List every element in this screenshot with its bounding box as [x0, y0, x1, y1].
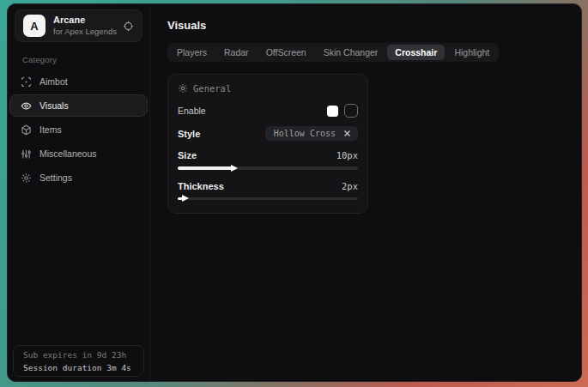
- thickness-slider-thumb[interactable]: [182, 195, 189, 202]
- eye-icon: [21, 100, 32, 112]
- app-name: Arcane: [53, 15, 117, 27]
- thickness-slider[interactable]: [178, 197, 358, 201]
- sidebar-item-label: Items: [39, 124, 62, 135]
- sidebar-item-label: Visuals: [39, 100, 69, 111]
- target-icon[interactable]: [123, 21, 134, 32]
- app-window: A Arcane for Apex Legends Category: [7, 3, 582, 382]
- crosshair-frame-icon: [21, 76, 32, 88]
- size-row: Size 10px: [178, 150, 358, 160]
- gear-icon: [178, 83, 188, 94]
- gear-icon: [21, 172, 32, 184]
- size-slider[interactable]: [178, 166, 358, 170]
- tab-offscreen[interactable]: OffScreen: [258, 45, 314, 60]
- sidebar-item-miscellaneous[interactable]: Miscellaneous: [9, 142, 148, 165]
- enable-label: Enable: [178, 106, 206, 116]
- panel-header: General: [178, 83, 358, 94]
- tab-highlight[interactable]: Highlight: [446, 45, 497, 60]
- tab-crosshair[interactable]: Crosshair: [387, 45, 445, 60]
- panel-title: General: [193, 83, 231, 94]
- sidebar-item-label: Miscellaneous: [39, 148, 97, 159]
- thickness-label: Thickness: [178, 181, 224, 191]
- style-value: Hollow Cross: [274, 129, 336, 138]
- app-header-card: A Arcane for Apex Legends: [15, 9, 142, 42]
- sidebar: A Arcane for Apex Legends Category: [8, 4, 150, 381]
- sidebar-item-visuals[interactable]: Visuals: [9, 94, 148, 117]
- sidebar-item-aimbot[interactable]: Aimbot: [9, 70, 148, 93]
- category-label: Category: [22, 55, 149, 64]
- general-panel: General Enable Style Hollow Cross: [167, 74, 368, 214]
- app-subtitle: for Apex Legends: [53, 27, 117, 37]
- tab-players[interactable]: Players: [169, 45, 215, 60]
- size-label: Size: [178, 150, 197, 160]
- style-label: Style: [178, 129, 200, 139]
- sidebar-item-label: Aimbot: [39, 76, 68, 87]
- app-logo: A: [23, 15, 45, 37]
- page-title: Visuals: [167, 19, 581, 32]
- subscription-info-card: Sub expires in 9d 23h Session duration 3…: [13, 345, 144, 377]
- session-duration-text: Session duration 3m 4s: [23, 362, 134, 375]
- cube-icon: [21, 124, 32, 136]
- sidebar-item-items[interactable]: Items: [9, 118, 148, 141]
- sidebar-nav: Aimbot Visuals: [8, 70, 149, 189]
- sliders-icon: [21, 148, 32, 160]
- size-slider-fill: [178, 166, 233, 170]
- size-value: 10px: [336, 150, 358, 160]
- enable-controls: [327, 104, 358, 118]
- enable-row: Enable: [178, 103, 358, 118]
- sidebar-item-settings[interactable]: Settings: [9, 166, 148, 189]
- style-row: Style Hollow Cross: [178, 126, 358, 141]
- thickness-value: 2px: [342, 181, 358, 191]
- thickness-row: Thickness 2px: [178, 181, 358, 191]
- desktop-background: A Arcane for Apex Legends Category: [0, 0, 588, 387]
- main-content: Visuals Players Radar OffScreen Skin Cha…: [150, 4, 581, 381]
- enable-checkbox[interactable]: [344, 104, 358, 118]
- x-icon[interactable]: [343, 130, 351, 137]
- tab-radar[interactable]: Radar: [216, 45, 257, 60]
- sidebar-item-label: Settings: [39, 172, 72, 183]
- tab-bar: Players Radar OffScreen Skin Changer Cro…: [167, 43, 499, 62]
- color-swatch[interactable]: [327, 106, 338, 117]
- app-header-text: Arcane for Apex Legends: [53, 15, 117, 37]
- size-slider-thumb[interactable]: [231, 165, 238, 172]
- style-select[interactable]: Hollow Cross: [265, 126, 358, 141]
- sub-expiry-text: Sub expires in 9d 23h: [23, 349, 134, 362]
- tab-skin-changer[interactable]: Skin Changer: [316, 45, 386, 60]
